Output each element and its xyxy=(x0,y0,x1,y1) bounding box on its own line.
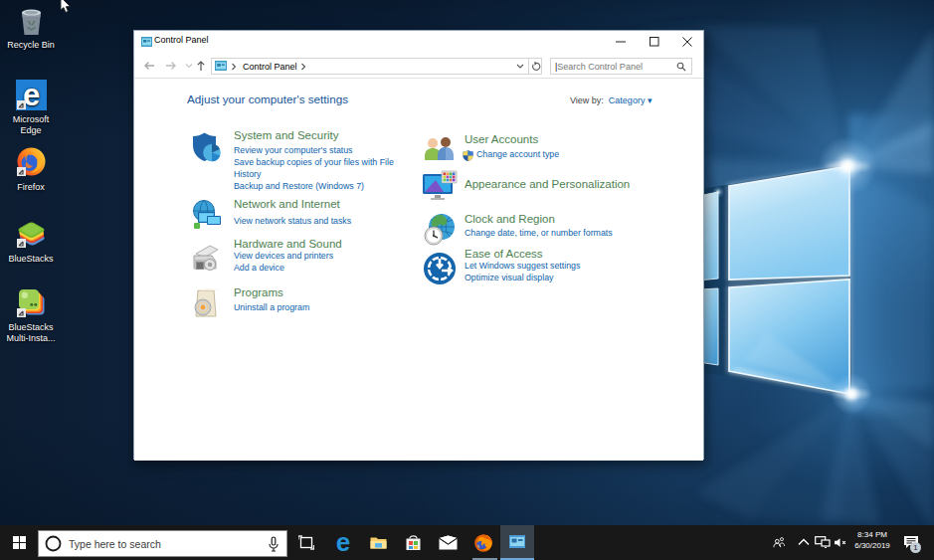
svg-text:e: e xyxy=(336,532,350,554)
